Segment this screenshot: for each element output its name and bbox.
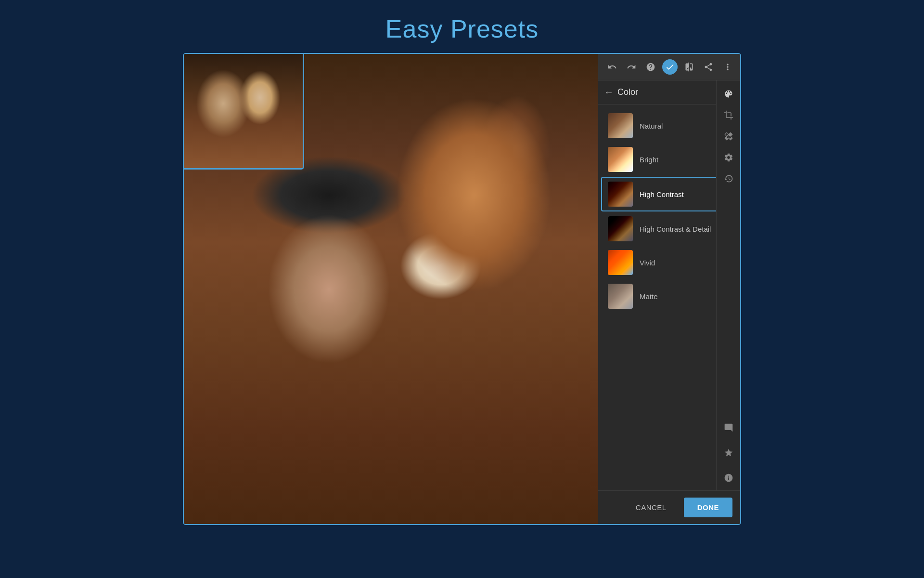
- preset-thumbnail-natural: [608, 113, 633, 138]
- star-icon[interactable]: [720, 444, 737, 461]
- cancel-button[interactable]: CANCEL: [624, 498, 678, 517]
- preset-thumbnail-vivid: [608, 250, 633, 275]
- thumbnail-preview: [183, 53, 304, 170]
- preset-label-high-contrast-detail: High Contrast & Detail: [640, 225, 711, 233]
- info-icon[interactable]: [720, 469, 737, 486]
- preset-label-high-contrast: High Contrast: [640, 190, 684, 198]
- preset-thumbnail-high-contrast-detail: [608, 216, 633, 241]
- share-icon[interactable]: [701, 59, 716, 75]
- redo-icon[interactable]: [624, 59, 639, 75]
- preset-thumbnail-high-contrast: [608, 182, 633, 207]
- bottom-bar: CANCEL DONE: [598, 490, 740, 524]
- history-icon[interactable]: [720, 170, 737, 187]
- healing-icon[interactable]: [720, 128, 737, 145]
- color-presets-icon[interactable]: [720, 85, 737, 103]
- preset-thumbnail-bright: [608, 147, 633, 172]
- top-toolbar: [598, 54, 740, 80]
- side-icons-strip: [716, 80, 740, 490]
- panel-header-left: ← Color: [604, 87, 638, 98]
- preset-label-vivid: Vivid: [640, 259, 655, 267]
- help-icon[interactable]: [643, 59, 658, 75]
- page-title: Easy Presets: [385, 14, 539, 43]
- thumbnail-image: [183, 53, 303, 168]
- comment-icon[interactable]: [720, 419, 737, 436]
- main-editor-container: ← Color Natural: [183, 53, 741, 525]
- preset-label-natural: Natural: [640, 122, 663, 130]
- adjust-icon[interactable]: [720, 149, 737, 166]
- back-button[interactable]: ←: [604, 87, 614, 98]
- right-panel: ← Color Natural: [598, 54, 740, 524]
- preset-thumbnail-matte: [608, 284, 633, 309]
- preset-label-matte: Matte: [640, 292, 658, 301]
- check-icon[interactable]: [662, 59, 678, 75]
- compare-icon[interactable]: [681, 59, 697, 75]
- preset-label-bright: Bright: [640, 156, 658, 164]
- undo-icon[interactable]: [604, 59, 620, 75]
- panel-title: Color: [617, 87, 638, 97]
- done-button[interactable]: DONE: [684, 498, 732, 517]
- more-options-icon[interactable]: [720, 59, 735, 75]
- crop-icon[interactable]: [720, 106, 737, 124]
